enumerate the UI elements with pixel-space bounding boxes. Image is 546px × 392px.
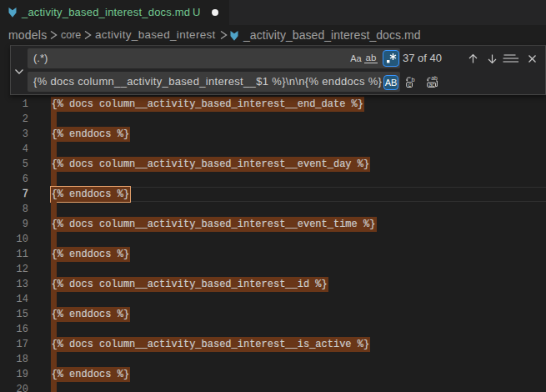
svg-text:c: c bbox=[408, 82, 412, 88]
svg-text:ac: ac bbox=[428, 82, 435, 88]
svg-text:ab: ab bbox=[431, 76, 438, 81]
svg-text:b: b bbox=[412, 76, 415, 83]
